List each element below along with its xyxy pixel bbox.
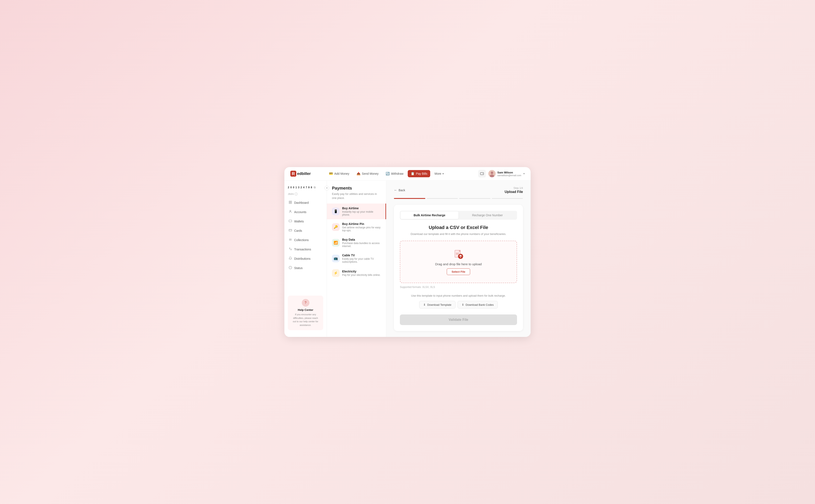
content-top: ← Back Step 1/4 Upload File [394,187,523,194]
buy-airtime-info: Buy Airtime Instantly top up your mobile… [342,207,380,216]
cable-tv-name: Cable TV [342,254,381,257]
sidebar-item-transactions[interactable]: Transactions [285,245,327,254]
copy-icon[interactable]: ⧉ [314,186,316,189]
validate-file-button[interactable]: Validate File [400,314,517,325]
user-info: Sam Wilson samwilson@email.com [497,171,521,177]
app-container: R edbiller 💳 Add Money 📤 Send Money 🔄 Wi… [285,167,530,337]
nav-withdraw[interactable]: 🔄 Withdraw [383,170,406,177]
select-file-button[interactable]: Select File [447,268,470,275]
download-bank-codes-button[interactable]: ⬇ Download Bank Codes [458,301,498,309]
help-title: Help Center [291,308,320,311]
svg-rect-19 [456,254,458,254]
accounts-icon [289,210,292,214]
sidebar-item-accounts[interactable]: Accounts [285,207,327,217]
nav-pay-bills-label: Pay Bills [416,172,427,175]
sidebar-item-cards[interactable]: Cards [285,226,327,235]
electricity-name: Electricity [342,270,381,273]
sidebar-item-wallets[interactable]: Wallets [285,217,327,226]
step-label: Step 1/4 [505,187,523,190]
back-button[interactable]: ← Back [394,188,405,192]
svg-rect-7 [291,202,292,204]
upload-subtitle: Download our template and fill it with t… [400,232,517,236]
collapse-sidebar-button[interactable]: ✕ [325,186,329,190]
wallet-button[interactable] [478,170,486,177]
logo-icon: R [290,171,296,177]
logo-area: R edbiller [290,171,324,177]
sidebar-item-collections-label: Collections [294,238,309,242]
cards-icon [289,229,292,233]
avatar [488,170,496,177]
nav-send-money-label: Send Money [362,172,379,175]
electricity-icon: ⚡ [332,269,340,277]
upload-title: Upload a CSV or Excel File [400,225,517,230]
nav-send-money[interactable]: 📤 Send Money [354,170,382,177]
progress-segment-4 [492,198,523,199]
nav-more[interactable]: More ▾ [431,170,447,177]
upload-card: Bulk Airtime Recharge Recharge One Numbe… [394,205,523,331]
download-template-icon: ⬇ [423,303,426,306]
sidebar-item-dashboard-label: Dashboard [294,201,309,204]
cable-tv-icon: 📺 [332,255,340,262]
sidebar-item-transactions-label: Transactions [294,248,311,251]
back-arrow-icon: ← [394,188,397,192]
nav-more-label: More [434,172,441,175]
nav-pay-bills[interactable]: 📋 Pay Bills [408,170,430,177]
tab-bulk-airtime[interactable]: Bulk Airtime Recharge [401,211,458,219]
help-card: ? Help Center If you encounter any diffi… [288,296,323,330]
payment-item-buy-airtime[interactable]: 📱 Buy Airtime Instantly top up your mobi… [327,204,386,219]
nav-add-money[interactable]: 💳 Add Money [326,170,352,177]
progress-segment-3 [459,198,490,199]
logo-text: edbiller [297,172,311,176]
sidebar: 2 0 0 1 3 2 4 7 9 8 ⧉ ✕ JBAN i Dashboard [285,181,327,337]
download-bank-codes-label: Download Bank Codes [466,303,494,306]
user-name: Sam Wilson [497,171,521,174]
dropzone[interactable]: Drag and drop file here to upload Select… [400,241,517,283]
payment-item-electricity[interactable]: ⚡ Electricity Pay for your electricity b… [327,266,386,280]
payment-item-cable-tv[interactable]: 📺 Cable TV Easily pay for your cable TV … [327,251,386,266]
download-template-button[interactable]: ⬇ Download Template [419,301,455,309]
help-icon: ? [302,299,310,307]
sidebar-item-wallets-label: Wallets [294,220,304,223]
cable-tv-desc: Easily pay for your cable TV subscriptio… [342,257,381,263]
main-body: 2 0 0 1 3 2 4 7 9 8 ⧉ ✕ JBAN i Dashboard [285,181,530,337]
payments-panel: Payments Easily pay for utilities and se… [327,181,386,337]
top-nav: R edbiller 💳 Add Money 📤 Send Money 🔄 Wi… [285,167,530,181]
sidebar-item-collections[interactable]: Collections [285,235,327,245]
progress-segment-2 [427,198,458,199]
buy-airtime-desc: Instantly top up your mobile phone. [342,210,380,216]
transactions-icon [289,247,292,251]
sidebar-item-status[interactable]: Status [285,263,327,273]
status-icon [289,266,292,270]
buy-data-desc: Purchase data bundles to access internet… [342,242,381,248]
dashboard-icon [289,201,292,205]
help-description: If you encounter any difficulties, pleas… [291,313,320,327]
wallets-icon [289,219,292,223]
upload-file-icon [453,249,464,260]
electricity-desc: Pay for your electricity bills online. [342,274,381,276]
account-id: 2 0 0 1 3 2 4 7 9 8 [288,186,312,189]
user-area[interactable]: Sam Wilson samwilson@email.com ▾ [488,170,525,177]
svg-point-2 [491,172,493,174]
jban-info-icon[interactable]: i [295,193,298,195]
buy-data-icon: 📶 [332,239,340,247]
sidebar-item-dashboard[interactable]: Dashboard [285,198,327,207]
electricity-info: Electricity Pay for your electricity bil… [342,270,381,276]
tab-recharge-one[interactable]: Recharge One Number [458,211,516,219]
buy-airtime-pin-desc: Get airtime recharge pins for easy top-u… [342,226,381,232]
payment-item-buy-airtime-pin[interactable]: 🔑 Buy Airtime Pin Get airtime recharge p… [327,219,386,235]
payment-item-buy-data[interactable]: 📶 Buy Data Purchase data bundles to acce… [327,235,386,251]
template-section: Use this template to input phone numbers… [400,294,517,309]
nav-right: Sam Wilson samwilson@email.com ▾ [478,170,525,177]
supported-formats: Supported formats: XLSX, XLS [400,286,517,289]
main-content: ← Back Step 1/4 Upload File Bulk Airtime… [386,181,530,337]
svg-rect-5 [291,201,292,202]
account-id-area: 2 0 0 1 3 2 4 7 9 8 ⧉ ✕ [285,184,327,193]
sidebar-item-distributions[interactable]: Distributions [285,254,327,263]
svg-rect-17 [459,250,461,252]
svg-rect-9 [289,220,292,222]
withdraw-icon: 🔄 [386,172,390,176]
back-label: Back [399,188,405,192]
wallet-svg-icon [480,172,484,176]
buy-airtime-icon: 📱 [332,208,340,215]
svg-rect-4 [289,201,290,202]
